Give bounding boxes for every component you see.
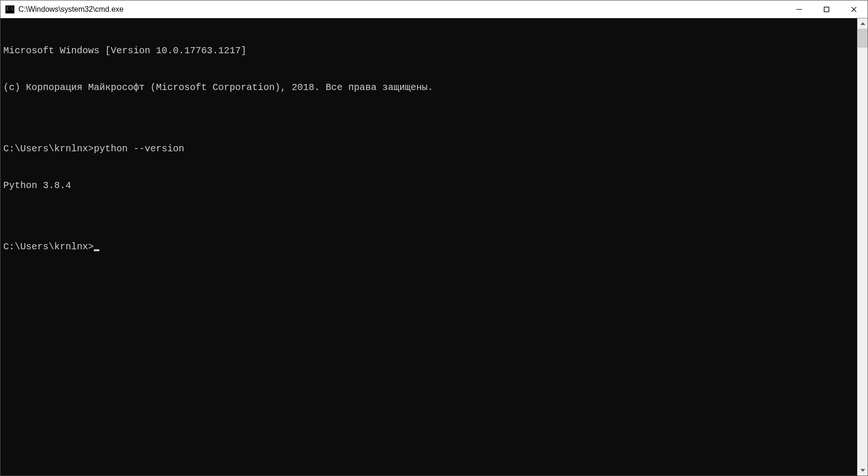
close-button[interactable] <box>840 0 868 18</box>
vertical-scrollbar[interactable] <box>857 18 868 476</box>
titlebar[interactable]: C:\Windows\system32\cmd.exe <box>0 0 868 18</box>
close-icon <box>851 6 857 13</box>
cmd-icon <box>5 5 15 14</box>
scroll-up-button[interactable] <box>858 18 868 29</box>
svg-rect-1 <box>824 7 829 12</box>
entered-command: python --version <box>94 143 184 155</box>
terminal-line: (c) Корпорация Майкрософт (Microsoft Cor… <box>3 82 854 94</box>
terminal-line: Microsoft Windows [Version 10.0.17763.12… <box>3 45 854 57</box>
titlebar-left: C:\Windows\system32\cmd.exe <box>5 5 123 14</box>
chevron-up-icon <box>860 22 865 25</box>
scroll-down-button[interactable] <box>858 465 868 476</box>
maximize-icon <box>823 6 830 13</box>
chevron-down-icon <box>860 469 865 472</box>
prompt: C:\Users\krnlnx> <box>3 143 94 155</box>
scroll-track[interactable] <box>858 29 868 465</box>
prompt: C:\Users\krnlnx> <box>3 241 94 253</box>
window-controls <box>786 0 868 18</box>
minimize-button[interactable] <box>786 0 813 18</box>
terminal-line: C:\Users\krnlnx> <box>3 241 854 253</box>
window-title: C:\Windows\system32\cmd.exe <box>18 5 123 14</box>
maximize-button[interactable] <box>813 0 840 18</box>
scroll-thumb[interactable] <box>858 29 868 48</box>
content-area: Microsoft Windows [Version 10.0.17763.12… <box>0 18 868 476</box>
terminal-line: Python 3.8.4 <box>3 180 854 192</box>
minimize-icon <box>796 6 802 13</box>
cmd-window: C:\Windows\system32\cmd.exe Microsoft Wi… <box>0 0 868 476</box>
cursor <box>94 249 99 251</box>
terminal-output[interactable]: Microsoft Windows [Version 10.0.17763.12… <box>0 18 857 476</box>
terminal-line: C:\Users\krnlnx>python --version <box>3 143 854 155</box>
